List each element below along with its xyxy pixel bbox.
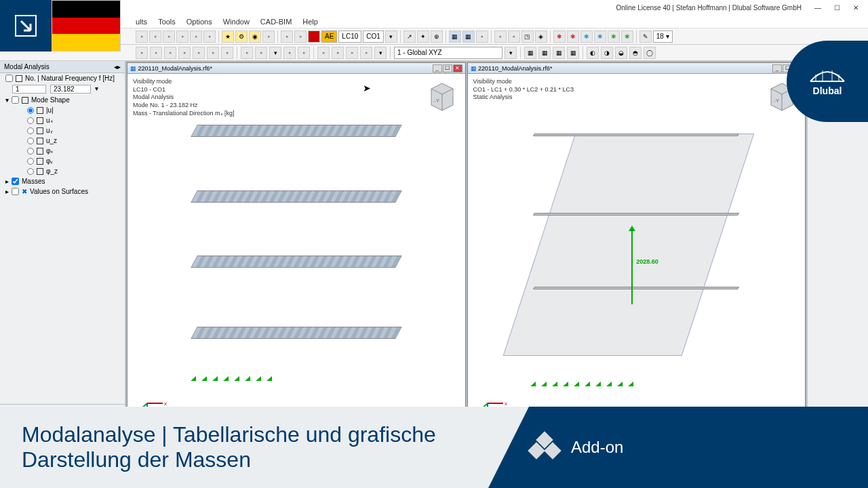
toolbar-icon[interactable]: ▫ [476,30,488,43]
toolbar-icon[interactable]: ▫ [255,47,267,59]
toolbar-icon[interactable]: ▫ [207,47,219,59]
toolbar-icon[interactable]: ▦ [553,47,565,59]
toolbar-icon[interactable]: ✱ [608,30,620,43]
toolbar-icon[interactable]: ▫ [193,47,205,59]
modeshape-row[interactable]: ▾ Mode Shape [0,95,125,105]
toolbar-icon[interactable]: ▫ [203,30,216,43]
radio[interactable] [27,168,34,175]
toolbar-icon[interactable]: ◓ [629,47,642,59]
checkbox[interactable] [12,188,19,195]
tree-item[interactable]: u_z [0,136,125,146]
nav-cube[interactable]: -Y [425,79,460,115]
toolbar-icon[interactable]: ▫ [150,47,162,59]
vp-min-icon[interactable]: _ [433,64,442,73]
radio[interactable] [27,158,34,165]
coord-system-combo[interactable]: 1 - Global XYZ [394,47,502,59]
tree-item[interactable]: φ_z [0,166,125,176]
toolbar-icon[interactable]: ✱ [621,30,633,43]
tree-item[interactable]: uᵧ [0,125,125,136]
expand-icon[interactable]: ▾ [5,96,9,104]
vos-row[interactable]: ▸✖Values on Surfaces [0,186,125,197]
menu-item[interactable]: Help [302,18,318,26]
tree-item[interactable]: φᵧ [0,156,125,166]
toolbar-icon[interactable]: ▫ [494,30,507,43]
ae-combo[interactable]: AE [321,30,337,43]
toolbar-icon[interactable]: ▫ [508,30,520,43]
toolbar-icon[interactable]: ★ [222,30,234,43]
toolbar-icon[interactable]: ▫ [176,30,189,43]
checkbox[interactable] [12,96,19,104]
toolbar-icon[interactable]: ◑ [601,47,613,59]
toolbar-icon[interactable]: ▫ [164,47,176,59]
radio[interactable] [27,107,34,114]
toolbar-icon[interactable]: ▫ [136,30,148,43]
loadcase-combo[interactable]: LC10 [338,30,361,43]
toolbar-icon[interactable]: ◐ [587,47,599,59]
masses-row[interactable]: ▸Masses [0,176,125,186]
toolbar-icon[interactable]: ▾ [269,47,281,59]
radio[interactable] [27,138,34,144]
toolbar-icon[interactable]: ▫ [360,47,372,59]
minimize-button[interactable]: — [808,1,827,14]
toolbar-icon[interactable]: ▫ [346,47,358,59]
toolbar-icon[interactable]: ▫ [190,30,202,43]
tree-item[interactable]: φₓ [0,146,125,156]
co-combo[interactable]: CO1 [363,30,384,43]
toolbar-icon[interactable]: ▫ [298,47,310,59]
toolbar-icon[interactable]: ▦ [567,47,579,59]
toolbar-icon[interactable]: ▫ [262,30,275,43]
vp-min-icon[interactable]: _ [772,64,782,73]
toolbar-icon[interactable]: ↗ [403,30,416,43]
toolbar-icon[interactable]: ▫ [163,30,175,43]
menu-item[interactable]: Options [186,18,212,26]
panel-nav-icon[interactable]: ▸ [117,63,121,70]
toolbar-combo[interactable]: 18 ▾ [653,30,673,43]
radio[interactable] [27,148,34,155]
toolbar-icon[interactable]: ▫ [136,47,148,59]
freq-no[interactable]: 1 [12,85,46,94]
toolbar-icon[interactable]: ▫ [317,47,330,59]
vp-max-icon[interactable]: ☐ [443,64,452,73]
menu-item[interactable]: Tools [158,18,176,26]
toolbar-icon[interactable]: ▫ [241,47,253,59]
toolbar-icon[interactable]: ▦ [449,30,461,43]
radio[interactable] [27,117,34,124]
dropdown-icon[interactable]: ▾ [95,85,98,94]
checkbox[interactable] [12,178,19,185]
toolbar-icon[interactable]: ▫ [281,30,293,43]
toolbar-icon[interactable] [308,30,320,43]
toolbar-icon[interactable]: ◳ [521,30,534,43]
model-view[interactable]: 2028.60 [509,110,765,395]
toolbar-icon[interactable]: ▫ [294,30,307,43]
toolbar-icon[interactable]: ▦ [462,30,475,43]
toolbar-icon[interactable]: ▫ [178,47,191,59]
toolbar-icon[interactable]: ◉ [249,30,261,43]
radio[interactable] [27,127,34,134]
toolbar-icon[interactable]: ✎ [639,30,652,43]
toolbar-icon[interactable]: ⊕ [431,30,443,43]
toolbar-icon[interactable]: ✦ [417,30,429,43]
tree-item[interactable]: uₓ [0,115,125,125]
maximize-button[interactable]: ☐ [827,1,846,14]
dropdown-icon[interactable]: ▾ [374,47,387,59]
dropdown-icon[interactable]: ▾ [385,30,397,43]
dropdown-icon[interactable]: ▾ [505,47,517,59]
freq-value[interactable]: 23.182 [50,85,91,94]
toolbar-icon[interactable]: ▦ [538,47,551,59]
menu-item[interactable]: ults [136,18,147,26]
toolbar-icon[interactable]: ✱ [553,30,566,43]
menu-item[interactable]: CAD-BIM [260,18,292,26]
toolbar-icon[interactable]: ▫ [283,47,296,59]
toolbar-icon[interactable]: ✱ [580,30,593,43]
toolbar-icon[interactable]: ⚙ [235,30,248,43]
toolbar-icon[interactable]: ◈ [535,30,547,43]
toolbar-icon[interactable]: ◯ [644,47,656,59]
viewport-right[interactable]: ▦ 220110_ModalAnalysis.rf6* _ ☐ ✕ Visibi… [467,62,806,436]
toolbar-icon[interactable]: ▦ [524,47,536,59]
menu-item[interactable]: Window [223,18,250,26]
toolbar-icon[interactable]: ✱ [594,30,606,43]
toolbar-icon[interactable]: ▫ [149,30,161,43]
toolbar-icon[interactable]: ✱ [567,30,579,43]
toolbar-icon[interactable]: ▫ [332,47,344,59]
viewport-left[interactable]: ▦ 220110_ModalAnalysis.rf6* _ ☐ ✕ Visibi… [127,62,466,436]
